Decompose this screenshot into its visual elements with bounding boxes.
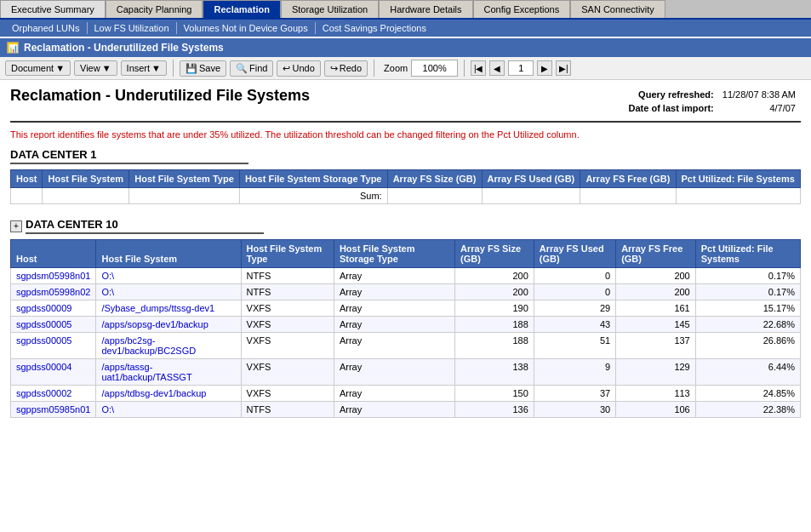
table-row: sgpdss00005/apps/sopsg-dev1/backupVXFSAr… <box>11 317 801 333</box>
tab-capacity-planning[interactable]: Capacity Planning <box>106 0 203 18</box>
window-titlebar: 📊 Reclamation - Underutilized File Syste… <box>0 38 811 57</box>
zoom-input[interactable] <box>411 60 458 77</box>
zoom-label: Zoom <box>384 63 408 73</box>
col-array-size-dc1: Array FS Size (GB) <box>387 170 482 188</box>
page-input[interactable] <box>508 60 534 76</box>
col-host-dc10: Host <box>11 240 96 268</box>
toolbar: Document ▼ View ▼ Insert ▼ 💾 Save 🔍 Find… <box>0 57 811 80</box>
document-chevron-icon: ▼ <box>55 63 65 73</box>
query-refreshed-value: 11/28/07 8:38 AM <box>719 89 799 100</box>
col-hfs-type-dc10: Host File System Type <box>241 240 334 268</box>
redo-label: Redo <box>340 63 362 73</box>
nav-orphaned-luns[interactable]: Orphaned LUNs <box>5 22 88 34</box>
insert-menu-btn[interactable]: Insert ▼ <box>121 60 167 76</box>
page-prev-btn[interactable]: ◀ <box>489 60 505 76</box>
redo-button[interactable]: ↪ Redo <box>324 60 368 77</box>
table-dc10: Host Host File System Host File System T… <box>10 239 801 418</box>
sep3 <box>464 60 465 77</box>
info-text: This report identifies file systems that… <box>10 129 801 140</box>
window-title: Reclamation - Underutilized File Systems <box>24 42 224 54</box>
col-array-size-dc10: Array FS Size (GB) <box>455 240 534 268</box>
window-icon: 📊 <box>7 42 19 54</box>
col-array-free-dc1: Array FS Free (GB) <box>580 170 676 188</box>
nav-cost-savings-projections[interactable]: Cost Savings Projections <box>316 22 433 34</box>
page-first-btn[interactable]: |◀ <box>471 60 486 76</box>
col-hfs-dc1: Host File System <box>43 170 129 188</box>
col-array-used-dc10: Array FS Used (GB) <box>534 240 615 268</box>
expand-dc10-btn[interactable]: + <box>10 220 22 232</box>
view-menu-btn[interactable]: View ▼ <box>74 60 117 76</box>
table-dc1: Host Host File System Host File System T… <box>10 169 801 204</box>
col-hfs-storage-dc10: Host File System Storage Type <box>334 240 454 268</box>
page-next-btn[interactable]: ▶ <box>537 60 552 76</box>
page-last-btn[interactable]: ▶| <box>556 60 571 76</box>
top-nav-tabs: Executive Summary Capacity Planning Recl… <box>0 0 811 20</box>
sum-row-dc1: Sum: <box>11 188 801 204</box>
col-array-free-dc10: Array FS Free (GB) <box>616 240 696 268</box>
insert-label: Insert <box>127 63 151 73</box>
view-chevron-icon: ▼ <box>102 63 111 73</box>
sep1 <box>173 60 174 77</box>
find-label: Find <box>249 63 267 73</box>
col-hfs-storage-dc1: Host File System Storage Type <box>239 170 387 188</box>
nav-low-fs-utilization[interactable]: Low FS Utilization <box>88 22 177 34</box>
table-row: sgpdss00005/apps/bc2sg-dev1/backup/BC2SG… <box>11 333 801 359</box>
col-array-used-dc1: Array FS Used (GB) <box>482 170 580 188</box>
table-row: sgpdss00004/apps/tassg-uat1/backup/TASSG… <box>11 359 801 386</box>
tab-san-connectivity[interactable]: SAN Connectivity <box>570 0 665 18</box>
nav-volumes-not-in-device-groups[interactable]: Volumes Not in Device Goups <box>177 22 316 34</box>
save-button[interactable]: 💾 Save <box>180 60 226 77</box>
redo-icon: ↪ <box>330 63 338 74</box>
document-label: Document <box>11 63 54 73</box>
col-host-dc1: Host <box>11 170 43 188</box>
undo-button[interactable]: ↩ Undo <box>277 60 320 77</box>
section-header-dc10: DATA CENTER 10 <box>26 218 264 234</box>
col-pct-dc10: Pct Utilized: File Systems <box>695 240 800 268</box>
document-menu-btn[interactable]: Document ▼ <box>5 60 71 76</box>
query-refreshed-label: Query refreshed: <box>625 89 717 100</box>
secondary-nav: Orphaned LUNs Low FS Utilization Volumes… <box>0 20 811 37</box>
report-title: Reclamation - Underutilized File Systems <box>10 87 310 105</box>
last-import-value: 4/7/07 <box>719 102 799 114</box>
report-meta: Query refreshed: 11/28/07 8:38 AM Date o… <box>624 87 801 116</box>
table-row: sgpdsm05998n01O:\NTFSArray20002000.17% <box>11 268 801 284</box>
col-pct-dc1: Pct Utilized: File Systems <box>676 170 800 188</box>
sep2 <box>374 60 374 77</box>
section-header-dc1: DATA CENTER 1 <box>10 148 248 164</box>
undo-icon: ↩ <box>283 63 290 74</box>
tab-hardware-details[interactable]: Hardware Details <box>379 0 472 18</box>
table-row: sgppsm05985n01O:\NTFSArray1363010622.38% <box>11 402 801 418</box>
col-hfs-type-dc1: Host File System Type <box>129 170 240 188</box>
table-row: sgpdsm05998n02O:\NTFSArray20002000.17% <box>11 284 801 300</box>
table-row: sgpdss00002/apps/tdbsg-dev1/backupVXFSAr… <box>11 386 801 402</box>
find-button[interactable]: 🔍 Find <box>230 60 273 77</box>
section-header-dc10-row: + DATA CENTER 10 <box>10 218 801 234</box>
undo-label: Undo <box>292 63 314 73</box>
save-icon: 💾 <box>186 63 197 74</box>
report-header: Reclamation - Underutilized File Systems… <box>10 87 801 123</box>
tab-storage-utilization[interactable]: Storage Utilization <box>281 0 379 18</box>
col-hfs-dc10: Host File System <box>96 240 241 268</box>
table-row: sgpdss00009/Sybase_dumps/ttssg-dev1VXFSA… <box>11 300 801 317</box>
find-icon: 🔍 <box>236 63 248 74</box>
tab-executive-summary[interactable]: Executive Summary <box>0 0 106 18</box>
tab-config-exceptions[interactable]: Config Exceptions <box>473 0 571 18</box>
tab-reclamation[interactable]: Reclamation <box>203 0 280 18</box>
view-label: View <box>80 63 100 73</box>
insert-chevron-icon: ▼ <box>151 63 161 73</box>
save-label: Save <box>199 63 220 73</box>
last-import-label: Date of last import: <box>625 102 717 114</box>
main-content: Reclamation - Underutilized File Systems… <box>0 80 811 438</box>
